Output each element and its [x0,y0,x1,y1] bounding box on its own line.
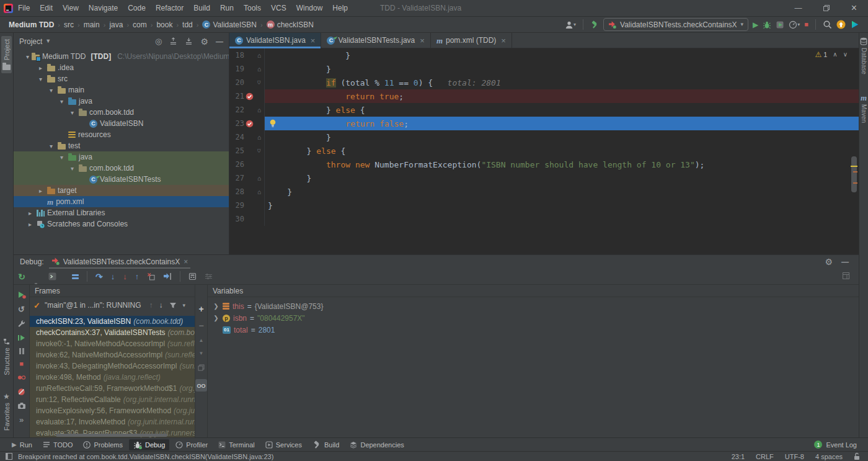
pause-icon[interactable] [19,348,24,354]
breadcrumb-com[interactable]: com [131,20,148,29]
frame-down-icon[interactable]: ↓ [159,302,163,309]
unlock-icon[interactable] [854,452,860,460]
toolwindow-button-dependencies[interactable]: Dependencies [345,440,408,450]
fold-start-icon[interactable]: ⌂ [257,79,261,86]
drop-frame-icon[interactable] [147,272,155,280]
code-text[interactable]: return true; [265,92,404,101]
chevron-down-icon[interactable]: ▼ [45,38,51,44]
gutter[interactable]: 21 [229,89,265,103]
fold-end-icon[interactable]: ⌂ [257,134,261,141]
menu-build[interactable]: Build [188,4,215,12]
mute-breakpoints-icon[interactable] [17,388,25,396]
step-into-icon[interactable]: ↓ [111,272,115,280]
filter-icon[interactable] [169,302,177,309]
tree-item-validateisbntests[interactable]: CValidateISBNTests [14,174,229,185]
window-close-icon[interactable]: × [840,0,868,17]
stack-frame[interactable]: runReflectiveCall:59, FrameworkMethod$1(… [30,383,195,394]
code-text[interactable]: } [265,201,273,210]
gutter[interactable]: 26 [229,158,265,171]
chevron-collapsed-icon[interactable]: ❯ [213,315,219,321]
close-icon[interactable]: × [184,258,188,266]
thread-selector[interactable]: ✓"main"@1 in ...in": RUNNING↑↓▾ [30,297,195,313]
gutter[interactable]: 25⌂ [229,144,265,158]
tree-item-idea[interactable]: ▸.idea [14,62,229,73]
tree-item-target[interactable]: ▸target [14,185,229,196]
toolwindow-button-debug[interactable]: Debug [129,439,169,450]
step-out-icon[interactable]: ↑ [135,272,140,280]
toolwindow-button-services[interactable]: Services [261,440,306,450]
close-icon[interactable]: × [311,36,316,45]
run-icon[interactable]: ▶ [753,21,758,29]
toolwindow-button-profiler[interactable]: Profiler [171,440,212,450]
variable-isbn[interactable]: ❯pisbn="080442957X" [208,312,859,324]
status-item-23-1[interactable]: 23:1 [732,453,745,460]
profiler-icon[interactable]: ▾ [789,20,800,29]
menu-code[interactable]: Code [123,4,151,12]
tree-item-medium-tdd[interactable]: ▾Medium TDD[TDD]C:\Users\Nipuna\Desktop\… [14,51,229,62]
tree-item-pom-xml[interactable]: mpom.xml [14,196,229,207]
status-item-crlf[interactable]: CRLF [756,453,774,460]
layout-settings-icon[interactable] [205,272,213,280]
editor-tab-validateisbntests-java[interactable]: CValidateISBNTests.java× [321,33,430,48]
chevron-expanded-icon[interactable]: ▾ [68,109,76,116]
status-item-utf-8[interactable]: UTF-8 [785,453,804,460]
scroll-mark[interactable] [853,171,857,172]
breadcrumb-tdd[interactable]: tdd [181,20,194,29]
tree-item-java[interactable]: ▾java [14,96,229,107]
breadcrumb-src[interactable]: src [63,20,75,29]
gutter[interactable]: 18⌂ [229,48,265,62]
stripe-tab-database[interactable]: Database [860,37,867,74]
fold-end-icon[interactable]: ⌂ [257,175,261,182]
stop-icon[interactable]: ■ [804,21,808,28]
chevron-expanded-icon[interactable]: ▾ [47,87,55,94]
prev-warning-icon[interactable]: ∧ [833,51,837,58]
step-over-icon[interactable]: ↷ [95,272,103,281]
force-step-into-icon[interactable]: ↓ [123,272,127,280]
next-warning-icon[interactable]: ∨ [843,51,848,58]
code-text[interactable]: } [265,174,311,183]
close-icon[interactable]: × [420,36,425,45]
breakpoint-icon[interactable] [246,120,254,128]
fold-end-icon[interactable]: ⌂ [257,52,261,59]
chevron-expanded-icon[interactable]: ▾ [47,143,55,150]
gutter[interactable]: 22⌂ [229,103,265,117]
tree-item-test[interactable]: ▾test [14,140,229,151]
frame-up-icon[interactable]: ↑ [149,302,153,309]
chevron-expanded-icon[interactable]: ▾ [26,53,29,60]
breakpoint-icon[interactable] [246,92,254,101]
stripe-tab-structure[interactable]: Structure [2,335,12,378]
scroll-warning-mark[interactable] [851,166,857,167]
stop-icon[interactable]: ■ [19,360,24,367]
show-execution-point-icon[interactable] [72,274,79,279]
gutter[interactable]: 27⌂ [229,171,265,185]
stack-frame[interactable]: checkISBN:23, ValidateISBN(com.book.tdd) [30,316,195,327]
window-minimize-icon[interactable]: — [784,0,812,17]
stack-frame[interactable]: checkContainsX:37, ValidateISBNTests(com… [30,327,195,338]
more-icon[interactable]: » [19,416,24,424]
toolwindow-button-todo[interactable]: TODO [38,440,78,450]
code-text[interactable]: } else { [265,146,345,156]
menu-refactor[interactable]: Refactor [151,4,188,12]
chevron-collapsed-icon[interactable]: ▸ [26,221,34,228]
tree-item-resources[interactable]: resources [14,129,229,140]
update-icon[interactable] [836,20,846,29]
chevron-collapsed-icon[interactable]: ▸ [37,65,45,71]
chevron-expanded-icon[interactable]: ▾ [58,154,66,161]
show-watches-icon[interactable]: OO [197,383,205,389]
menu-file[interactable]: File [13,4,35,12]
code-text[interactable]: } else { [265,105,365,115]
evaluate-expression-icon[interactable] [188,272,197,280]
vcs-user-icon[interactable]: ▾ [565,20,576,29]
update-application-icon[interactable]: ↺ [18,305,25,313]
debug-session-tab[interactable]: ValidateISBNTests.checkContainsX × [49,255,191,269]
code-text[interactable]: } [265,65,331,74]
code-editor[interactable]: 18⌂ }19⌂ }20⌂ if (total % 11 == 0) { tot… [229,48,859,254]
breadcrumb-java[interactable]: java [108,20,124,29]
collapse-all-icon[interactable] [185,37,193,45]
gradient-play-icon[interactable] [850,20,859,29]
resume-program-icon[interactable] [17,334,25,342]
build-hammer-icon[interactable] [590,20,599,29]
chevron-collapsed-icon[interactable]: ▸ [37,187,45,194]
stripe-tab-favorites[interactable]: ★Favorites [2,390,12,434]
search-icon[interactable] [823,20,832,29]
